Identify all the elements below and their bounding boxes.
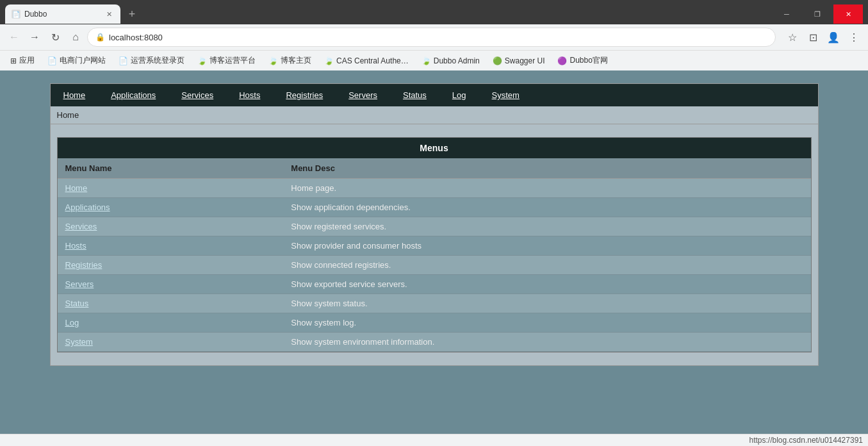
nav-item-registries[interactable]: Registries — [273, 84, 336, 106]
minimize-button[interactable]: ─ — [772, 4, 801, 24]
menu-name-cell: Hosts — [58, 236, 284, 256]
status-url: https://blog.csdn.net/u014427391 — [749, 436, 863, 445]
menu-desc-cell: Show registered services. — [283, 217, 810, 236]
table-row: ServicesShow registered services. — [58, 217, 811, 236]
menu-name-link[interactable]: Home — [65, 183, 88, 193]
menu-desc-cell: Show application dependencies. — [283, 198, 810, 217]
table-row: StatusShow system status. — [58, 294, 811, 313]
menu-desc-cell: Show connected registries. — [283, 256, 810, 275]
nav-item-services[interactable]: Services — [168, 84, 226, 106]
blog-home-icon: 🍃 — [268, 56, 278, 65]
menu-name-link[interactable]: Registries — [65, 260, 102, 270]
bookmark-apps[interactable]: ⊞ 应用 — [5, 54, 40, 67]
tab-title: Dubbo — [24, 10, 47, 19]
refresh-button[interactable]: ↻ — [46, 28, 64, 46]
menu-name-cell: Status — [58, 294, 284, 313]
menu-name-link[interactable]: Log — [65, 318, 79, 327]
menu-name-link[interactable]: Status — [65, 299, 89, 308]
nav-bar: Home Applications Services Hosts Registr… — [51, 84, 818, 106]
bookmark-cas[interactable]: 🍃 CAS Central Authe… — [319, 55, 414, 67]
menu-name-cell: Log — [58, 313, 284, 333]
table-row: ServersShow exported service servers. — [58, 275, 811, 294]
menu-desc-cell: Show system log. — [283, 313, 810, 333]
menu-desc-cell: Show provider and consumer hosts — [283, 236, 810, 256]
restore-button[interactable]: ❐ — [803, 4, 832, 24]
bookmark-swagger[interactable]: 🟢 Swagger UI — [487, 55, 550, 67]
menu-desc-cell: Show system status. — [283, 294, 810, 313]
blog-platform-icon: 🍃 — [197, 56, 207, 65]
menu-name-link[interactable]: Applications — [65, 202, 110, 212]
menu-name-cell: System — [58, 333, 284, 352]
col-header-desc: Menu Desc — [283, 158, 810, 179]
nav-item-hosts[interactable]: Hosts — [226, 84, 273, 106]
tab-close-button[interactable]: ✕ — [104, 9, 114, 19]
bookmark-dubbo-admin[interactable]: 🍃 Dubbo Admin — [416, 55, 485, 67]
browser-tab[interactable]: 📄 Dubbo ✕ — [5, 4, 120, 24]
cas-icon: 🍃 — [324, 56, 334, 65]
col-header-name: Menu Name — [58, 158, 284, 179]
ops-icon: 📄 — [119, 56, 128, 65]
dubbo-admin-icon: 🍃 — [422, 56, 431, 65]
bookmark-shop[interactable]: 📄 电商门户网站 — [42, 54, 111, 67]
home-nav-button[interactable]: ⌂ — [67, 28, 85, 46]
bookmark-blog-home[interactable]: 🍃 博客主页 — [263, 54, 316, 67]
menu-name-link[interactable]: Hosts — [65, 241, 86, 251]
bookmark-swagger-label: Swagger UI — [505, 56, 545, 65]
menu-name-link[interactable]: Services — [65, 222, 97, 231]
shop-icon: 📄 — [47, 56, 57, 65]
forward-button[interactable]: → — [26, 28, 44, 46]
url-display: localhost:8080 — [109, 33, 163, 42]
bookmark-blog-platform-label: 博客运营平台 — [209, 55, 256, 66]
nav-item-servers[interactable]: Servers — [336, 84, 390, 106]
page-content: Home Applications Services Hosts Registr… — [0, 70, 868, 442]
lock-icon: 🔒 — [95, 33, 105, 42]
bookmark-cas-label: CAS Central Authe… — [336, 56, 409, 65]
menu-name-link[interactable]: Servers — [65, 279, 94, 289]
table-row: RegistriesShow connected registries. — [58, 256, 811, 275]
apps-icon: ⊞ — [10, 56, 17, 65]
swagger-icon: 🟢 — [493, 56, 502, 65]
breadcrumb: Home — [51, 106, 818, 124]
bookmarks-bar: ⊞ 应用 📄 电商门户网站 📄 运营系统登录页 🍃 博客运营平台 🍃 博客主页 … — [0, 50, 868, 70]
menus-table: Menu Name Menu Desc HomeHome page.Applic… — [58, 158, 811, 352]
table-row: HomeHome page. — [58, 179, 811, 198]
menu-name-cell: Applications — [58, 198, 284, 217]
menu-name-link[interactable]: System — [65, 337, 93, 347]
new-tab-button[interactable]: + — [123, 5, 141, 23]
table-title: Menus — [58, 138, 811, 158]
table-row: ApplicationsShow application dependencie… — [58, 198, 811, 217]
main-container: Home Applications Services Hosts Registr… — [50, 83, 819, 366]
bookmark-blog-platform[interactable]: 🍃 博客运营平台 — [192, 54, 261, 67]
profile-button[interactable]: 👤 — [824, 28, 842, 46]
bookmark-star-button[interactable]: ☆ — [783, 28, 801, 46]
bookmark-apps-label: 应用 — [19, 55, 35, 66]
menu-name-cell: Services — [58, 217, 284, 236]
zoom-button[interactable]: ⊡ — [804, 28, 822, 46]
address-box[interactable]: 🔒 localhost:8080 — [87, 28, 776, 47]
menus-table-wrapper: Menus Menu Name Menu Desc HomeHome page.… — [57, 137, 812, 352]
table-row: HostsShow provider and consumer hosts — [58, 236, 811, 256]
close-button[interactable]: ✕ — [833, 4, 863, 24]
nav-item-home[interactable]: Home — [51, 84, 99, 106]
back-button[interactable]: ← — [5, 28, 23, 46]
nav-item-status[interactable]: Status — [390, 84, 439, 106]
address-bar-row: ← → ↻ ⌂ 🔒 localhost:8080 ☆ ⊡ 👤 ⋮ — [0, 24, 868, 50]
bookmark-dubbo-official[interactable]: 🟣 Dubbo官网 — [552, 54, 612, 67]
menu-name-cell: Home — [58, 179, 284, 198]
nav-item-applications[interactable]: Applications — [98, 84, 168, 106]
nav-item-log[interactable]: Log — [439, 84, 479, 106]
bookmark-ops[interactable]: 📄 运营系统登录页 — [113, 54, 190, 67]
bookmark-shop-label: 电商门户网站 — [60, 55, 106, 66]
browser-chrome: 📄 Dubbo ✕ + ─ ❐ ✕ ← → ↻ ⌂ 🔒 localhost:80… — [0, 0, 868, 70]
menu-button[interactable]: ⋮ — [845, 28, 863, 46]
nav-item-system[interactable]: System — [479, 84, 532, 106]
dubbo-official-icon: 🟣 — [557, 56, 567, 65]
bookmark-ops-label: 运营系统登录页 — [131, 55, 184, 66]
menu-desc-cell: Show exported service servers. — [283, 275, 810, 294]
menu-name-cell: Registries — [58, 256, 284, 275]
toolbar-right: ☆ ⊡ 👤 ⋮ — [783, 28, 863, 46]
menu-desc-cell: Show system environment information. — [283, 333, 810, 352]
window-controls: ─ ❐ ✕ — [772, 4, 863, 24]
menu-desc-cell: Home page. — [283, 179, 810, 198]
bookmark-dubbo-official-label: Dubbo官网 — [569, 55, 607, 66]
